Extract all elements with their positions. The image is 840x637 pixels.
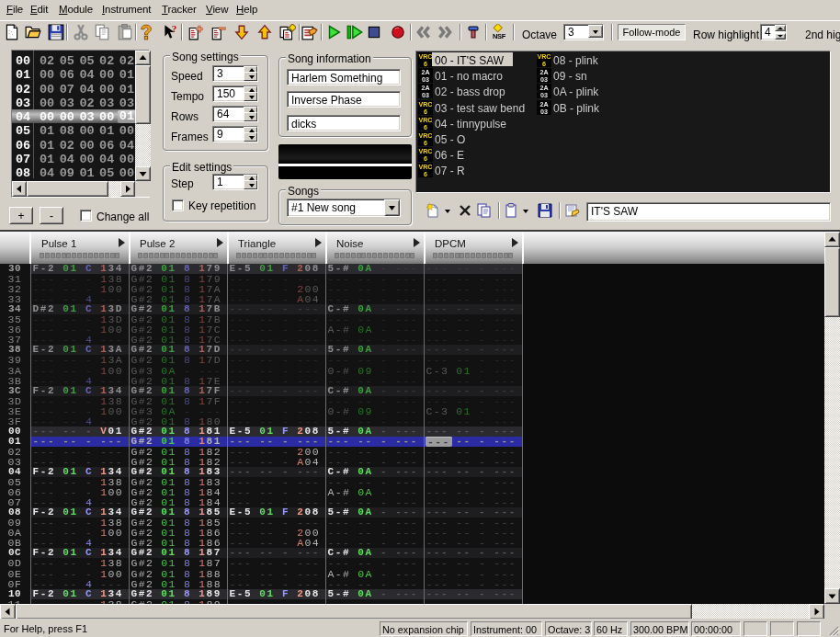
svg-text:NSF: NSF bbox=[493, 32, 506, 40]
svg-text:?: ? bbox=[172, 24, 177, 34]
